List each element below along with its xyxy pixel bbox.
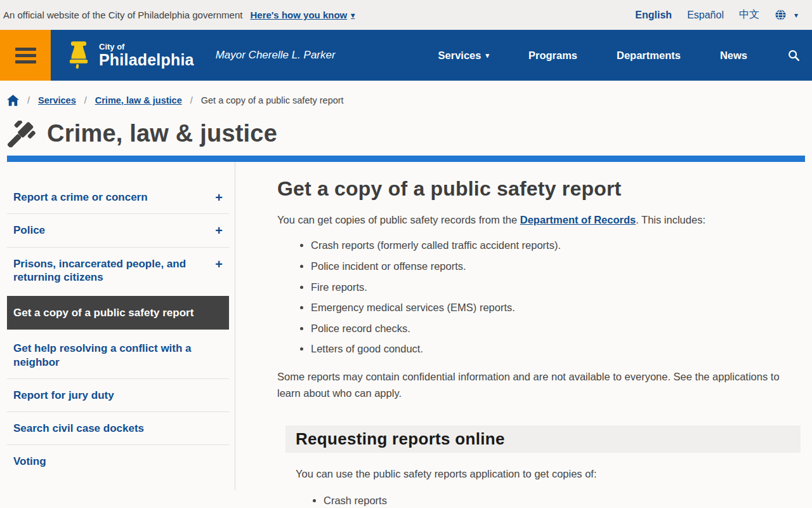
breadcrumb-current-page: Get a copy of a public safety report bbox=[201, 95, 344, 105]
search-button[interactable] bbox=[787, 48, 801, 62]
language-globe-button[interactable]: ▾ bbox=[775, 9, 798, 21]
section-header: Requesting reports online bbox=[285, 425, 801, 453]
confidential-note: Some reports may contain confidential in… bbox=[277, 368, 801, 402]
sidebar-item-voting[interactable]: Voting bbox=[7, 445, 229, 478]
mayor-name: Mayor Cherelle L. Parker bbox=[216, 49, 336, 62]
heres-how-you-know-button[interactable]: Here's how you know ▾ bbox=[250, 10, 355, 20]
caret-down-icon: ▾ bbox=[485, 51, 489, 60]
sidebar-item-get-help-resolving-conflict[interactable]: Get help resolving a conflict with a nei… bbox=[7, 332, 229, 379]
search-icon bbox=[787, 48, 801, 62]
language-switcher: English Español 中文 ▾ bbox=[635, 8, 798, 22]
breadcrumb-separator: / bbox=[84, 95, 87, 105]
intro-paragraph: You can get copies of public safety reco… bbox=[277, 211, 801, 228]
section-heading: Requesting reports online bbox=[296, 429, 790, 449]
breadcrumb-separator: / bbox=[27, 95, 30, 105]
section-intro: You can use the public safety reports ap… bbox=[296, 465, 801, 482]
logo-philadelphia: Philadelphia bbox=[99, 52, 194, 68]
official-banner-text: An official website of the City of Phila… bbox=[3, 10, 242, 20]
breadcrumb-link-services[interactable]: Services bbox=[38, 95, 76, 105]
sidebar-item-report-for-jury-duty[interactable]: Report for jury duty bbox=[7, 379, 229, 412]
list-item: Letters of good conduct. bbox=[311, 341, 801, 358]
online-report-types-list: Crash reports bbox=[324, 493, 801, 508]
language-english[interactable]: English bbox=[635, 10, 672, 21]
nav-item-departments-label: Departments bbox=[617, 50, 681, 62]
nav-item-programs[interactable]: Programs bbox=[528, 50, 577, 62]
caret-down-icon: ▾ bbox=[351, 11, 355, 20]
sidebar-item-label: Voting bbox=[13, 455, 46, 468]
content-area: Report a crime or concern + Police + Pri… bbox=[0, 162, 812, 490]
list-item: Fire reports. bbox=[311, 279, 801, 296]
city-of-philadelphia-logo[interactable]: City of Philadelphia bbox=[65, 41, 194, 70]
heres-how-you-know-label: Here's how you know bbox=[250, 10, 347, 20]
list-item: Police record checks. bbox=[311, 321, 801, 337]
list-item: Crash reports (formerly called traffic a… bbox=[311, 237, 801, 254]
home-icon[interactable] bbox=[7, 95, 19, 106]
globe-icon bbox=[775, 9, 787, 21]
sidebar-item-label: Report for jury duty bbox=[13, 389, 114, 402]
nav-item-departments[interactable]: Departments bbox=[617, 50, 681, 62]
nav-item-programs-label: Programs bbox=[528, 50, 577, 62]
logo-city-of: City of bbox=[99, 43, 194, 51]
section-body: You can use the public safety reports ap… bbox=[285, 465, 801, 508]
hamburger-icon bbox=[15, 54, 36, 57]
nav-item-services[interactable]: Services ▾ bbox=[438, 50, 489, 62]
hamburger-icon bbox=[15, 60, 36, 64]
gavel-icon bbox=[8, 121, 37, 147]
logo-text: City of Philadelphia bbox=[99, 43, 194, 68]
list-item: Emergency medical services (EMS) reports… bbox=[311, 300, 801, 316]
department-of-records-link[interactable]: Department of Records bbox=[520, 214, 636, 225]
main-navigation: City of Philadelphia Mayor Cherelle L. P… bbox=[0, 30, 812, 81]
sidebar-item-label: Prisons, incarcerated people, and return… bbox=[13, 257, 194, 284]
language-chinese[interactable]: 中文 bbox=[739, 8, 759, 22]
sidebar: Report a crime or concern + Police + Pri… bbox=[7, 162, 235, 490]
hamburger-icon bbox=[15, 48, 36, 51]
sidebar-item-get-copy-public-safety-report[interactable]: Get a copy of a public safety report bbox=[7, 296, 229, 330]
report-types-list: Crash reports (formerly called traffic a… bbox=[311, 237, 801, 357]
plus-icon[interactable]: + bbox=[215, 258, 223, 271]
nav-item-news[interactable]: News bbox=[720, 50, 747, 62]
caret-down-icon: ▾ bbox=[794, 11, 798, 20]
plus-icon[interactable]: + bbox=[215, 224, 223, 237]
list-item: Police incident or offense reports. bbox=[311, 258, 801, 275]
language-espanol[interactable]: Español bbox=[687, 10, 724, 21]
breadcrumb-separator: / bbox=[190, 95, 193, 105]
official-banner: An official website of the City of Phila… bbox=[0, 0, 812, 30]
sidebar-item-label: Report a crime or concern bbox=[13, 190, 148, 204]
list-item: Crash reports bbox=[324, 493, 801, 508]
sidebar-item-report-a-crime-or-concern[interactable]: Report a crime or concern + bbox=[7, 181, 229, 214]
breadcrumb-link-crime-law-justice[interactable]: Crime, law & justice bbox=[95, 95, 182, 105]
breadcrumb: / Services / Crime, law & justice / Get … bbox=[0, 81, 812, 112]
hamburger-menu-button[interactable] bbox=[0, 30, 51, 81]
nav-item-news-label: News bbox=[720, 50, 747, 62]
nav-item-services-label: Services bbox=[438, 50, 481, 62]
intro-text-before: You can get copies of public safety reco… bbox=[277, 214, 520, 225]
main-content: Get a copy of a public safety report You… bbox=[235, 162, 805, 490]
sidebar-item-label: Search civil case dockets bbox=[13, 422, 144, 435]
sidebar-item-prisons-incarcerated-people[interactable]: Prisons, incarcerated people, and return… bbox=[7, 248, 229, 294]
sidebar-item-label: Get a copy of a public safety report bbox=[13, 306, 193, 319]
sidebar-item-police[interactable]: Police + bbox=[7, 214, 229, 247]
page-title-row: Crime, law & justice bbox=[0, 112, 812, 147]
liberty-bell-icon bbox=[65, 41, 93, 70]
title-accent-bar bbox=[7, 156, 805, 162]
plus-icon[interactable]: + bbox=[215, 191, 223, 204]
requesting-reports-online-section: Requesting reports online You can use th… bbox=[285, 425, 801, 508]
article-heading: Get a copy of a public safety report bbox=[277, 177, 801, 201]
sidebar-item-label: Get help resolving a conflict with a nei… bbox=[13, 342, 194, 369]
nav-links: Services ▾ Programs Departments News bbox=[438, 48, 812, 62]
intro-text-after: . This includes: bbox=[636, 214, 705, 225]
sidebar-item-search-civil-case-dockets[interactable]: Search civil case dockets bbox=[7, 412, 229, 445]
page-title: Crime, law & justice bbox=[47, 120, 277, 147]
sidebar-item-label: Police bbox=[13, 224, 45, 237]
